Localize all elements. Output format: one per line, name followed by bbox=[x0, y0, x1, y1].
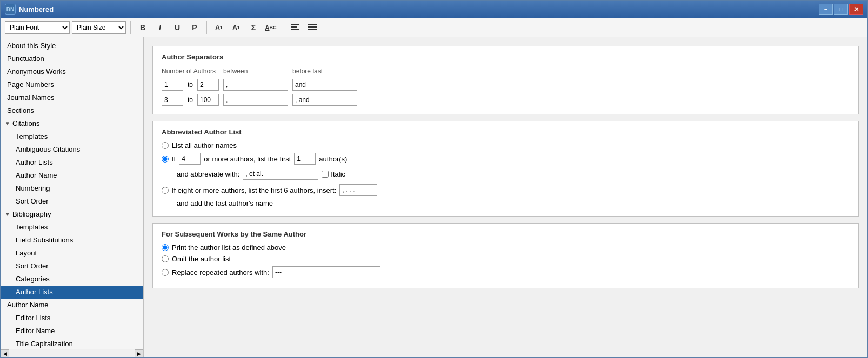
separator-row-1: to bbox=[162, 77, 362, 92]
close-button[interactable]: ✕ bbox=[849, 4, 863, 15]
sidebar-item-editor-lists[interactable]: Editor Lists bbox=[1, 312, 143, 325]
sidebar-item-journal-names[interactable]: Journal Names bbox=[1, 91, 143, 104]
author-separators-table: Number of Authors between before last to bbox=[162, 66, 362, 107]
abbrev-option2-suffix: author(s) bbox=[319, 155, 347, 163]
subseq-option3-value[interactable] bbox=[272, 266, 380, 278]
svg-rect-3 bbox=[291, 31, 296, 31]
sidebar-item-author-lists[interactable]: Author Lists bbox=[1, 286, 143, 299]
italic-checkbox-label: Italic bbox=[322, 170, 345, 178]
subseq-option2-row: Omit the author list bbox=[162, 255, 850, 263]
sep-row1-before-last[interactable] bbox=[292, 79, 357, 91]
sep-row2-between[interactable] bbox=[223, 94, 288, 106]
abbrev-option2-middle: or more authors, list the first bbox=[204, 155, 291, 163]
main-window: BN Numbered – □ ✕ Plain Font Plain Size … bbox=[0, 0, 868, 358]
maximize-button[interactable]: □ bbox=[834, 4, 848, 15]
italic-button[interactable]: I bbox=[152, 21, 168, 34]
abbrev-option3-insert[interactable] bbox=[339, 184, 377, 196]
sigma-button[interactable]: Σ bbox=[246, 21, 261, 34]
subseq-option3-row: Replace repeated authors with: bbox=[162, 266, 850, 278]
subseq-option3-radio[interactable] bbox=[162, 269, 169, 276]
sidebar-item-anonymous[interactable]: Anonymous Works bbox=[1, 65, 143, 78]
abbreviated-author-title: Abbreviated Author List bbox=[162, 128, 850, 136]
add-last-author-row: and add the last author's name bbox=[162, 199, 850, 207]
sep-row1-between[interactable] bbox=[223, 79, 288, 91]
align-left-button[interactable] bbox=[288, 21, 303, 34]
sidebar-item-author-name[interactable]: Author Name bbox=[1, 299, 143, 312]
subsequent-works-title: For Subsequent Works by the Same Author bbox=[162, 230, 850, 238]
italic-label: Italic bbox=[331, 170, 345, 178]
abc-button[interactable]: ABC bbox=[263, 21, 278, 34]
separator-row-2: to bbox=[162, 92, 362, 107]
sidebar-item-about[interactable]: About this Style bbox=[1, 39, 143, 52]
subscript-button[interactable]: A1 bbox=[229, 21, 244, 34]
underline-button[interactable]: U bbox=[170, 21, 185, 34]
align-justify-button[interactable] bbox=[305, 21, 320, 34]
font-dropdown[interactable]: Plain Font bbox=[5, 21, 70, 34]
subseq-option1-radio[interactable] bbox=[162, 244, 169, 251]
subseq-option2-label: Omit the author list bbox=[172, 255, 231, 263]
sep-row1-to-label: to bbox=[188, 77, 197, 92]
sidebar-item-categories[interactable]: Categories bbox=[1, 273, 143, 286]
abbrev-option2-row: If or more authors, list the first autho… bbox=[162, 153, 850, 165]
sidebar-item-field-sub[interactable]: Field Substitutions bbox=[1, 234, 143, 247]
abbreviate-with-label: and abbreviate with: bbox=[177, 170, 239, 178]
sidebar-item-cit-sort-order[interactable]: Sort Order bbox=[1, 195, 143, 208]
toolbar-separator-2 bbox=[206, 21, 207, 34]
sidebar-item-ambiguous[interactable]: Ambiguous Citations bbox=[1, 143, 143, 156]
size-dropdown[interactable]: Plain Size bbox=[72, 21, 126, 34]
sidebar-item-cit-author-name[interactable]: Author Name bbox=[1, 169, 143, 182]
svg-rect-7 bbox=[308, 31, 317, 31]
subsequent-works-section: For Subsequent Works by the Same Author … bbox=[152, 223, 859, 288]
sidebar-item-editor-name[interactable]: Editor Name bbox=[1, 325, 143, 337]
sep-row2-to-label: to bbox=[188, 92, 197, 107]
window-title: Numbered bbox=[19, 5, 819, 13]
sidebar-item-punctuation[interactable]: Punctuation bbox=[1, 52, 143, 65]
sidebar-item-numbering[interactable]: Numbering bbox=[1, 182, 143, 195]
sep-row2-from[interactable] bbox=[162, 94, 183, 106]
abbrev-option1-row: List all author names bbox=[162, 141, 850, 150]
sidebar-section-citations[interactable]: ▼ Citations bbox=[1, 117, 143, 130]
italic-checkbox[interactable] bbox=[322, 171, 329, 178]
scroll-left-button[interactable]: ◀ bbox=[1, 349, 9, 358]
sep-row1-from[interactable] bbox=[162, 79, 183, 91]
bold-button[interactable]: B bbox=[135, 21, 150, 34]
sidebar-item-cit-templates[interactable]: Templates bbox=[1, 130, 143, 143]
abbrev-option3-label: If eight or more authors, list the first… bbox=[172, 186, 336, 194]
toolbar-separator-3 bbox=[283, 21, 283, 34]
sidebar-hscroll[interactable] bbox=[9, 349, 135, 358]
abbrev-option3-row: If eight or more authors, list the first… bbox=[162, 184, 850, 196]
sidebar-content: About this Style Punctuation Anonymous W… bbox=[1, 37, 143, 349]
minimize-button[interactable]: – bbox=[819, 4, 833, 15]
sidebar-item-bib-sort-order[interactable]: Sort Order bbox=[1, 260, 143, 273]
abbreviate-with-input[interactable] bbox=[243, 168, 318, 180]
sidebar: About this Style Punctuation Anonymous W… bbox=[1, 37, 144, 357]
svg-rect-5 bbox=[308, 26, 317, 28]
toolbar: Plain Font Plain Size B I U P A1 A1 Σ AB… bbox=[1, 18, 867, 37]
sidebar-item-cit-author-lists[interactable]: Author Lists bbox=[1, 156, 143, 169]
subseq-option2-radio[interactable] bbox=[162, 255, 169, 262]
sidebar-item-label-bibliography: Bibliography bbox=[12, 209, 51, 220]
col-authors-header: Number of Authors bbox=[162, 66, 223, 77]
subseq-option3-prefix: Replace repeated authors with: bbox=[172, 268, 269, 276]
sidebar-item-bib-templates[interactable]: Templates bbox=[1, 221, 143, 234]
abbreviated-author-section: Abbreviated Author List List all author … bbox=[152, 121, 859, 217]
abbrev-option2-count[interactable] bbox=[294, 153, 316, 165]
abbrev-option3-radio[interactable] bbox=[162, 187, 169, 194]
sidebar-section-bibliography[interactable]: ▼ Bibliography bbox=[1, 208, 143, 221]
abbrev-option2-value[interactable] bbox=[179, 153, 201, 165]
sidebar-item-title-cap[interactable]: Title Capitalization bbox=[1, 337, 143, 349]
abbrev-option1-radio[interactable] bbox=[162, 142, 169, 149]
sidebar-item-label-citations: Citations bbox=[12, 118, 40, 129]
sidebar-item-sections[interactable]: Sections bbox=[1, 104, 143, 117]
superscript-button[interactable]: A1 bbox=[211, 21, 226, 34]
sidebar-item-layout[interactable]: Layout bbox=[1, 247, 143, 260]
abbrev-option2-radio[interactable] bbox=[162, 156, 169, 163]
sidebar-item-page-numbers[interactable]: Page Numbers bbox=[1, 78, 143, 91]
sep-row1-to[interactable] bbox=[197, 79, 219, 91]
scroll-right-button[interactable]: ▶ bbox=[135, 349, 143, 358]
plain-button[interactable]: P bbox=[187, 21, 202, 34]
abbreviate-with-row: and abbreviate with: Italic bbox=[162, 168, 850, 180]
title-bar: BN Numbered – □ ✕ bbox=[1, 1, 867, 18]
sep-row2-to[interactable] bbox=[197, 94, 219, 106]
sep-row2-before-last[interactable] bbox=[292, 94, 357, 106]
